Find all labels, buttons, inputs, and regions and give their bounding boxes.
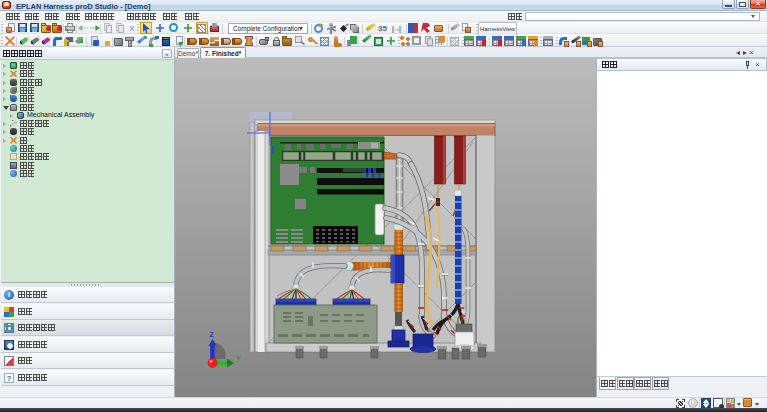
- svg-text:Y: Y: [236, 355, 241, 362]
- svg-text:Z: Z: [210, 331, 215, 338]
